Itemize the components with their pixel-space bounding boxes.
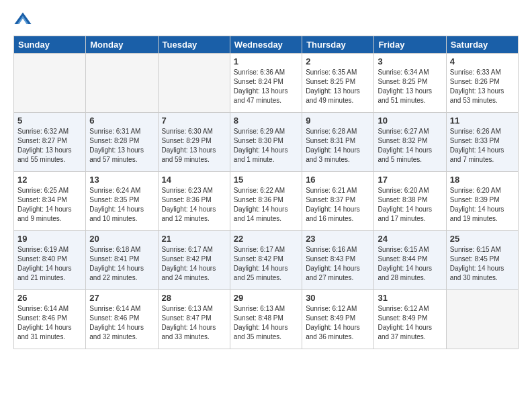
day-number: 11	[450, 116, 515, 126]
sunset: Sunset: 8:41 PM	[89, 255, 139, 263]
sunrise: Sunrise: 6:23 AM	[162, 187, 213, 194]
day-info: Sunrise: 6:20 AM Sunset: 8:38 PM Dayligh…	[378, 186, 442, 224]
sunrise: Sunrise: 6:19 AM	[17, 246, 69, 253]
sunset: Sunset: 8:46 PM	[17, 314, 67, 322]
calendar-day: 23 Sunrise: 6:16 AM Sunset: 8:43 PM Dayl…	[302, 231, 374, 290]
day-info: Sunrise: 6:22 AM Sunset: 8:36 PM Dayligh…	[234, 186, 298, 224]
sunset: Sunset: 8:47 PM	[162, 314, 212, 322]
day-info: Sunrise: 6:12 AM Sunset: 8:49 PM Dayligh…	[378, 304, 442, 342]
daylight: Daylight: 13 hours and 57 minutes.	[89, 146, 144, 163]
sunset: Sunset: 8:49 PM	[306, 314, 355, 322]
calendar-day	[158, 54, 230, 113]
calendar-week: 12 Sunrise: 6:25 AM Sunset: 8:34 PM Dayl…	[14, 172, 519, 231]
sunrise: Sunrise: 6:14 AM	[17, 305, 69, 312]
day-number: 7	[162, 116, 226, 126]
calendar-day: 5 Sunrise: 6:32 AM Sunset: 8:27 PM Dayli…	[14, 113, 86, 172]
day-number: 17	[378, 175, 442, 185]
sunrise: Sunrise: 6:21 AM	[306, 187, 357, 194]
sunrise: Sunrise: 6:16 AM	[306, 246, 357, 253]
daylight: Daylight: 14 hours and 1 minute.	[234, 146, 288, 163]
weekday-header: Wednesday	[230, 36, 302, 54]
sunrise: Sunrise: 6:36 AM	[234, 68, 285, 76]
daylight: Daylight: 14 hours and 27 minutes.	[306, 265, 360, 281]
day-number: 30	[306, 293, 370, 303]
day-info: Sunrise: 6:35 AM Sunset: 8:25 PM Dayligh…	[306, 68, 370, 105]
day-info: Sunrise: 6:24 AM Sunset: 8:35 PM Dayligh…	[89, 186, 154, 224]
day-info: Sunrise: 6:14 AM Sunset: 8:46 PM Dayligh…	[89, 304, 154, 342]
calendar-day: 1 Sunrise: 6:36 AM Sunset: 8:24 PM Dayli…	[230, 54, 302, 113]
day-info: Sunrise: 6:36 AM Sunset: 8:24 PM Dayligh…	[234, 68, 298, 105]
calendar-day: 25 Sunrise: 6:15 AM Sunset: 8:45 PM Dayl…	[446, 231, 518, 290]
daylight: Daylight: 14 hours and 19 minutes.	[450, 205, 504, 222]
sunrise: Sunrise: 6:18 AM	[89, 246, 140, 253]
day-info: Sunrise: 6:15 AM Sunset: 8:45 PM Dayligh…	[450, 245, 515, 283]
sunset: Sunset: 8:39 PM	[450, 196, 500, 203]
calendar-day	[14, 54, 86, 113]
day-number: 25	[450, 234, 515, 244]
sunrise: Sunrise: 6:15 AM	[378, 246, 429, 253]
daylight: Daylight: 14 hours and 35 minutes.	[234, 324, 288, 340]
sunset: Sunset: 8:25 PM	[306, 78, 355, 85]
sunset: Sunset: 8:42 PM	[234, 255, 283, 263]
daylight: Daylight: 14 hours and 33 minutes.	[162, 324, 216, 340]
sunrise: Sunrise: 6:29 AM	[234, 128, 285, 135]
daylight: Daylight: 13 hours and 53 minutes.	[450, 87, 504, 104]
calendar-day: 6 Sunrise: 6:31 AM Sunset: 8:28 PM Dayli…	[86, 113, 158, 172]
sunrise: Sunrise: 6:20 AM	[378, 187, 429, 194]
sunset: Sunset: 8:34 PM	[17, 196, 67, 203]
calendar-day: 12 Sunrise: 6:25 AM Sunset: 8:34 PM Dayl…	[14, 172, 86, 231]
daylight: Daylight: 14 hours and 37 minutes.	[378, 324, 432, 340]
sunrise: Sunrise: 6:28 AM	[306, 128, 357, 135]
calendar-day: 17 Sunrise: 6:20 AM Sunset: 8:38 PM Dayl…	[374, 172, 446, 231]
page: SundayMondayTuesdayWednesdayThursdayFrid…	[0, 0, 532, 411]
sunrise: Sunrise: 6:24 AM	[89, 187, 140, 194]
calendar-day: 18 Sunrise: 6:20 AM Sunset: 8:39 PM Dayl…	[446, 172, 518, 231]
daylight: Daylight: 14 hours and 5 minutes.	[378, 146, 432, 163]
daylight: Daylight: 13 hours and 47 minutes.	[234, 87, 288, 104]
sunrise: Sunrise: 6:14 AM	[89, 305, 140, 312]
sunset: Sunset: 8:26 PM	[450, 78, 500, 85]
sunset: Sunset: 8:33 PM	[450, 137, 500, 144]
sunset: Sunset: 8:32 PM	[378, 137, 427, 144]
daylight: Daylight: 14 hours and 25 minutes.	[234, 265, 288, 281]
day-info: Sunrise: 6:20 AM Sunset: 8:39 PM Dayligh…	[450, 186, 515, 224]
daylight: Daylight: 14 hours and 28 minutes.	[378, 265, 432, 281]
day-info: Sunrise: 6:17 AM Sunset: 8:42 PM Dayligh…	[234, 245, 298, 283]
calendar-week: 1 Sunrise: 6:36 AM Sunset: 8:24 PM Dayli…	[14, 54, 519, 113]
day-info: Sunrise: 6:23 AM Sunset: 8:36 PM Dayligh…	[162, 186, 226, 224]
daylight: Daylight: 14 hours and 22 minutes.	[89, 265, 144, 281]
calendar-day: 7 Sunrise: 6:30 AM Sunset: 8:29 PM Dayli…	[158, 113, 230, 172]
day-number: 12	[17, 175, 82, 185]
sunrise: Sunrise: 6:34 AM	[378, 68, 429, 76]
calendar-day: 24 Sunrise: 6:15 AM Sunset: 8:44 PM Dayl…	[374, 231, 446, 290]
calendar-day: 20 Sunrise: 6:18 AM Sunset: 8:41 PM Dayl…	[86, 231, 158, 290]
sunset: Sunset: 8:45 PM	[450, 255, 500, 263]
day-info: Sunrise: 6:25 AM Sunset: 8:34 PM Dayligh…	[17, 186, 82, 224]
day-info: Sunrise: 6:31 AM Sunset: 8:28 PM Dayligh…	[89, 127, 154, 165]
day-number: 3	[378, 56, 442, 66]
calendar-day: 22 Sunrise: 6:17 AM Sunset: 8:42 PM Dayl…	[230, 231, 302, 290]
calendar-day: 21 Sunrise: 6:17 AM Sunset: 8:42 PM Dayl…	[158, 231, 230, 290]
day-number: 16	[306, 175, 370, 185]
day-number: 5	[17, 116, 82, 126]
daylight: Daylight: 14 hours and 30 minutes.	[450, 265, 504, 281]
calendar: SundayMondayTuesdayWednesdayThursdayFrid…	[13, 36, 519, 349]
day-number: 19	[17, 234, 82, 244]
day-number: 28	[162, 293, 226, 303]
day-info: Sunrise: 6:29 AM Sunset: 8:30 PM Dayligh…	[234, 127, 298, 165]
day-info: Sunrise: 6:14 AM Sunset: 8:46 PM Dayligh…	[17, 304, 82, 342]
logo	[13, 10, 34, 29]
sunrise: Sunrise: 6:20 AM	[450, 187, 501, 194]
day-number: 14	[162, 175, 226, 185]
daylight: Daylight: 14 hours and 9 minutes.	[17, 205, 72, 222]
day-info: Sunrise: 6:17 AM Sunset: 8:42 PM Dayligh…	[162, 245, 226, 283]
calendar-day: 28 Sunrise: 6:13 AM Sunset: 8:47 PM Dayl…	[158, 290, 230, 349]
sunrise: Sunrise: 6:30 AM	[162, 128, 213, 135]
weekday-header: Monday	[86, 36, 158, 54]
sunset: Sunset: 8:37 PM	[306, 196, 355, 203]
day-number: 26	[17, 293, 82, 303]
sunrise: Sunrise: 6:15 AM	[450, 246, 501, 253]
daylight: Daylight: 14 hours and 31 minutes.	[17, 324, 72, 340]
sunset: Sunset: 8:28 PM	[89, 137, 139, 144]
day-number: 13	[89, 175, 154, 185]
